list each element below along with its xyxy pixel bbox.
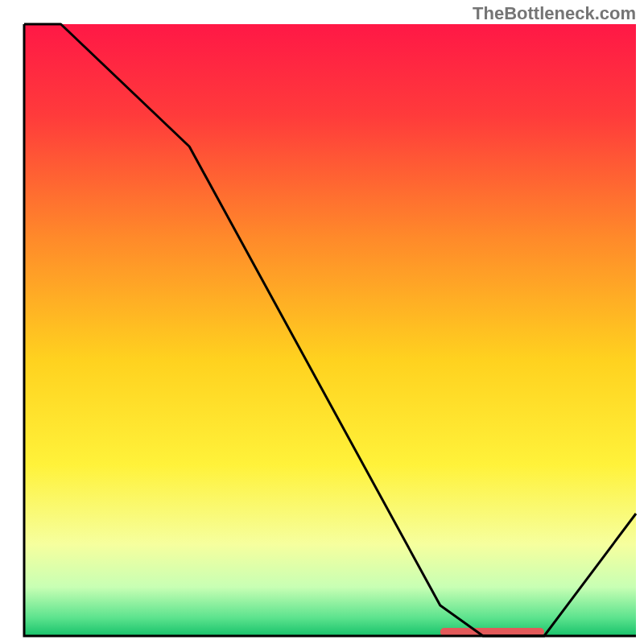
bottleneck-chart [0,0,644,644]
plot-area [24,24,636,636]
gradient-background [24,24,636,636]
chart-container: TheBottleneck.com [0,0,644,644]
